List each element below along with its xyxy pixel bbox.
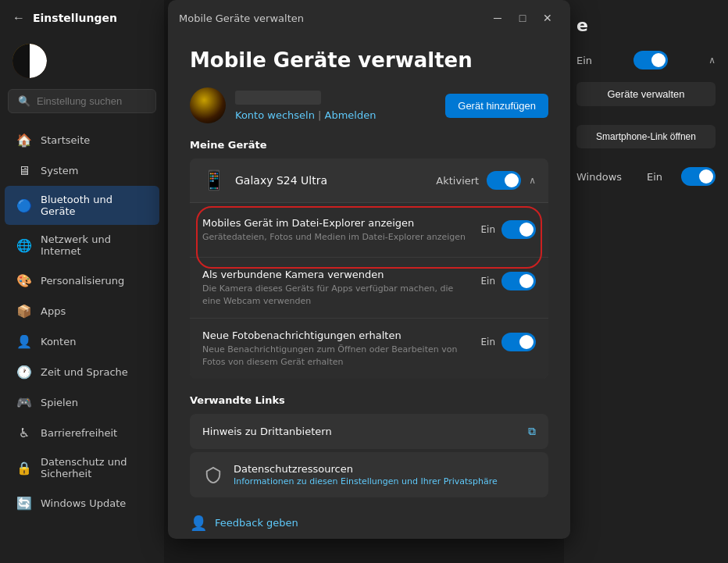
abmelden-link[interactable]: Abmelden [325,109,376,121]
device-header[interactable]: 📱 Galaxy S24 Ultra Aktiviert ∧ [190,159,548,202]
accessibility-icon: ♿ [17,426,31,440]
nav-items: 🏠 Startseite 🖥 System 🔵 Bluetooth und Ge… [0,121,164,563]
setting-text-2: Als verbundene Kamera verwenden Die Kame… [202,269,480,307]
modal-heading: Mobile Geräte verwalten [190,48,548,72]
setting-desc-2: Die Kamera dieses Geräts für Apps verfüg… [202,283,468,307]
add-device-button[interactable]: Gerät hinzufügen [445,94,548,118]
third-party-link[interactable]: Hinweis zu Drittanbietern ⧉ [190,414,548,449]
external-icon-1: ⧉ [528,425,536,438]
accounts-icon: 👤 [17,334,31,348]
toggle-label-1: Ein [576,55,592,66]
setting-control-1: Ein [480,220,536,239]
setting-desc-3: Neue Benachrichtigungen zum Öffnen oder … [202,344,468,368]
search-box[interactable]: 🔍 [8,89,156,113]
sidebar-item-zeit[interactable]: 🕐 Zeit und Sprache [5,357,159,387]
minimize-button[interactable]: ─ [486,9,509,27]
device-info: 📱 Galaxy S24 Ultra [202,169,327,191]
setting-name-2: Als verbundene Kamera verwenden [202,269,468,280]
device-settings: Mobiles Gerät im Datei-Explorer anzeigen… [190,202,548,379]
konto-wechseln-link[interactable]: Konto wechseln [235,109,315,121]
privacy-icon: 🔒 [17,461,31,475]
smartphone-link-button[interactable]: Smartphone-Link öffnen [576,125,716,148]
setting-control-3: Ein [480,333,536,351]
setting-name-3: Neue Fotobenachrichtigungen erhalten [202,330,468,341]
search-icon: 🔍 [18,95,30,107]
device-status: Aktiviert [436,175,479,187]
avatar [12,44,47,78]
sidebar-item-datenschutz[interactable]: 🔒 Datenschutz und Sicherheit [5,448,159,487]
chevron-up-device-icon: ∧ [529,175,536,186]
sidebar-item-apps[interactable]: 📦 Apps [5,296,159,326]
network-icon: 🌐 [17,238,31,252]
personalization-icon: 🎨 [17,273,31,287]
setting-toggle-2[interactable] [501,272,536,290]
manage-devices-button[interactable]: Geräte verwalten [576,82,716,106]
sidebar-item-netzwerk[interactable]: 🌐 Netzwerk und Internet [5,226,159,265]
nav-label: Datenschutz und Sicherheit [41,456,147,479]
related-title: Verwandte Links [190,394,548,406]
related-section: Verwandte Links Hinweis zu Drittanbieter… [190,394,548,497]
sidebar-header: ← Einstellungen [0,0,164,36]
sidebar-item-windows-update[interactable]: 🔄 Windows Update [5,488,159,518]
setting-status-3: Ein [480,337,495,347]
setting-text-3: Neue Fotobenachrichtigungen erhalten Neu… [202,330,480,368]
modal-titlebar: Mobile Geräte verwalten ─ □ ✕ [168,0,570,33]
feedback-icon: 👤 [190,515,207,531]
user-links: Konto wechseln | Abmelden [235,91,376,121]
right-panel: e Ein ∧ Geräte verwalten Smartphone-Link… [564,0,728,563]
nav-label: Startseite [41,134,90,146]
privacy-link-title: Datenschutzressourcen [234,463,498,475]
device-status-row: Aktiviert ∧ [436,171,536,190]
sidebar-item-startseite[interactable]: 🏠 Startseite [5,125,159,155]
user-info: Konto wechseln | Abmelden [190,87,376,123]
nav-label: Spielen [41,397,78,408]
right-panel-title: e [576,16,716,35]
setting-row-2: Als verbundene Kamera verwenden Die Kame… [190,258,548,319]
setting-row-1: Mobiles Gerät im Datei-Explorer anzeigen… [190,203,548,258]
privacy-link-url: Informationen zu diesen Einstellungen un… [234,476,498,486]
toggle-2[interactable] [681,167,716,186]
device-toggle[interactable] [487,171,521,190]
setting-text-1: Mobiles Gerät im Datei-Explorer anzeigen… [202,217,480,243]
setting-desc-1: Gerätedateien, Fotos und Medien im Datei… [202,231,468,243]
close-button[interactable]: ✕ [536,9,559,27]
sidebar-item-konten[interactable]: 👤 Konten [5,326,159,356]
update-icon: 🔄 [17,496,31,510]
privacy-resources-link[interactable]: Datenschutzressourcen Informationen zu d… [190,452,548,497]
user-section: Konto wechseln | Abmelden Gerät hinzufüg… [190,87,548,123]
toggle-row-1: Ein ∧ [576,51,716,69]
nav-label: System [41,165,78,176]
sidebar-item-spielen[interactable]: 🎮 Spielen [5,387,159,417]
setting-toggle-3[interactable] [501,333,536,351]
time-icon: 🕐 [17,365,31,379]
setting-row-3: Neue Fotobenachrichtigungen erhalten Neu… [190,319,548,379]
privacy-link-info: Datenschutzressourcen Informationen zu d… [234,463,498,486]
search-input[interactable] [37,95,146,107]
device-name: Galaxy S24 Ultra [235,174,327,187]
sidebar-item-bluetooth[interactable]: 🔵 Bluetooth und Geräte [5,186,159,225]
maximize-button[interactable]: □ [511,9,534,27]
setting-toggle-1[interactable] [501,220,536,239]
sidebar-item-personalisierung[interactable]: 🎨 Personalisierung [5,265,159,295]
nav-label: Netzwerk und Internet [41,233,147,257]
system-icon: 🖥 [17,163,31,177]
toggle-1[interactable] [633,51,668,69]
feedback-link[interactable]: 👤 Feedback geben [190,510,548,536]
modal-dialog: Mobile Geräte verwalten ─ □ ✕ Mobile Ger… [168,0,570,539]
window-controls: ─ □ ✕ [486,9,559,27]
sidebar-item-barrierefreiheit[interactable]: ♿ Barrierefreiheit [5,418,159,447]
sidebar-item-system[interactable]: 🖥 System [5,155,159,185]
bluetooth-icon: 🔵 [17,198,31,212]
toggle-row-windows: Windows Ein [576,167,716,186]
back-button[interactable]: ← [12,11,25,25]
windows-section: Windows Ein [576,167,716,186]
device-phone-icon: 📱 [202,169,226,191]
nav-label: Zeit und Sprache [41,366,128,378]
windows-label: Windows [576,171,622,183]
shield-icon [202,464,224,486]
setting-status-2: Ein [480,276,495,287]
sidebar: ← Einstellungen 🔍 🏠 Startseite 🖥 System … [0,0,164,563]
nav-label: Personalisierung [41,275,124,287]
devices-container: 📱 Galaxy S24 Ultra Aktiviert ∧ Mobiles G… [190,159,548,379]
apps-icon: 📦 [17,304,31,318]
